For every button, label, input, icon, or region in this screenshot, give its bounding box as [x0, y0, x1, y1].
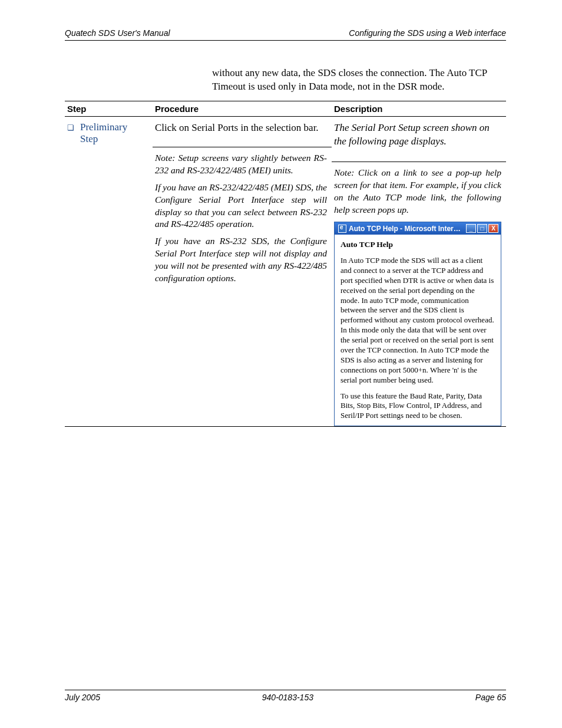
page-footer: July 2005 940-0183-153 Page 65 — [65, 690, 506, 702]
col-header-procedure: Procedure — [153, 101, 332, 116]
popup-title-text: Auto TCP Help - Microsoft Inter… — [349, 225, 464, 233]
popup-body: Auto TCP Help In Auto TCP mode the SDS w… — [335, 235, 501, 426]
popup-para-1: In Auto TCP mode the SDS will act as a c… — [340, 256, 495, 386]
procedure-note-2: If you have an RS-232/422/485 (MEI) SDS,… — [155, 182, 327, 231]
col-header-description: Description — [332, 101, 506, 116]
popup-para-2: To use this feature the Baud Rate, Parit… — [340, 391, 495, 421]
popup-titlebar: Auto TCP Help - Microsoft Inter… _ □ X — [335, 222, 501, 235]
procedure-main: Click on Serial Ports in the selection b… — [155, 121, 327, 135]
procedure-note-3: If you have an RS-232 SDS, the Configure… — [155, 235, 327, 285]
close-button[interactable]: X — [488, 224, 498, 233]
intro-paragraph: without any new data, the SDS closes the… — [212, 67, 506, 94]
procedure-table: Step Procedure Description ❏ Preliminary… — [65, 101, 506, 427]
col-header-step: Step — [65, 101, 153, 116]
maximize-button[interactable]: □ — [477, 224, 487, 233]
help-popup-window: Auto TCP Help - Microsoft Inter… _ □ X A… — [334, 222, 501, 426]
minimize-button[interactable]: _ — [466, 224, 476, 233]
footer-right: Page 65 — [475, 693, 506, 702]
footer-left: July 2005 — [65, 693, 100, 702]
step-label: ❏ Preliminary Step — [67, 121, 148, 145]
procedure-note-1: Note: Setup screens vary slightly betwee… — [155, 152, 327, 177]
description-note: Note: Click on a link to see a pop-up he… — [334, 167, 501, 216]
popup-heading: Auto TCP Help — [340, 239, 495, 250]
header-left: Quatech SDS User's Manual — [65, 28, 170, 38]
ie-icon — [338, 225, 346, 233]
footer-center: 940-0183-153 — [262, 693, 313, 702]
header-right: Configuring the SDS using a Web interfac… — [349, 28, 506, 38]
bullet-icon: ❏ — [67, 121, 74, 134]
running-header: Quatech SDS User's Manual Configuring th… — [65, 28, 506, 41]
table-row: ❏ Preliminary Step Click on Serial Ports… — [65, 116, 506, 426]
description-main: The Serial Port Setup screen shown on th… — [334, 121, 501, 149]
step-text: Preliminary Step — [80, 121, 127, 145]
